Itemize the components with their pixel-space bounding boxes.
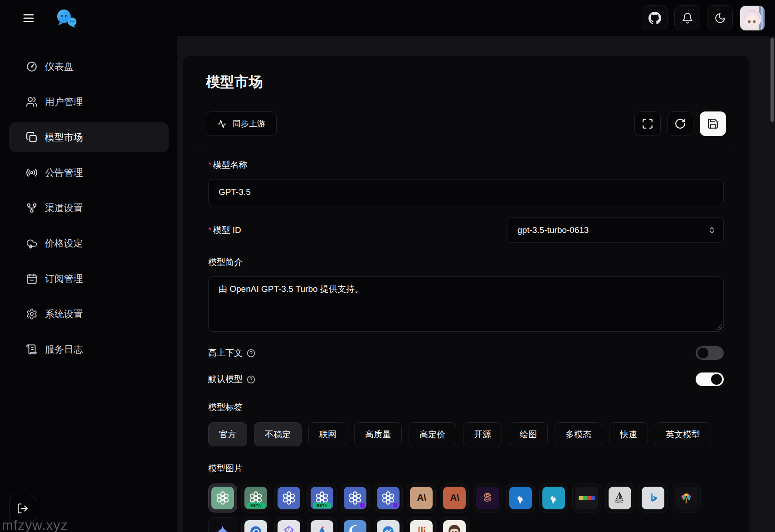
model-image-glm[interactable]: [274, 517, 303, 532]
scrollbar-thumb[interactable]: [770, 38, 774, 122]
model-image-llama[interactable]: [506, 484, 535, 513]
model-tag-option[interactable]: 联网: [308, 422, 347, 446]
model-id-label: *模型 ID: [208, 224, 241, 236]
toggle-label: 高上下文: [208, 347, 255, 359]
model-tag-option[interactable]: 英文模型: [655, 422, 711, 446]
help-circle-icon[interactable]: [247, 375, 255, 384]
高上下文-toggle[interactable]: [696, 346, 724, 360]
model-image-claude[interactable]: A\: [440, 484, 469, 513]
required-asterisk: *: [208, 225, 211, 235]
sidebar-item-pricing[interactable]: 价格设定: [9, 228, 169, 258]
fullscreen-icon: [642, 118, 653, 130]
glm-icon: [278, 520, 300, 532]
model-image-openai[interactable]: [274, 484, 303, 513]
user-avatar[interactable]: [740, 5, 765, 31]
model-image-rainbow[interactable]: [572, 484, 601, 513]
model-id-select[interactable]: gpt-3.5-turbo-0613: [507, 217, 724, 243]
llama-icon: [542, 487, 565, 509]
sidebar-item-label: 模型市场: [45, 131, 83, 144]
model-image-openai[interactable]: [341, 484, 370, 513]
model-tag-option[interactable]: 高定价: [409, 422, 456, 446]
model-intro-label: 模型简介: [208, 256, 724, 268]
sletter-icon: S: [476, 487, 499, 509]
model-tag-option[interactable]: 绘图: [509, 422, 548, 446]
sidebar-item-label: 仪表盘: [45, 60, 73, 73]
sidebar-item-dashboard[interactable]: 仪表盘: [9, 52, 169, 82]
toggle-label: 默认模型: [208, 373, 255, 385]
model-image-ai21[interactable]: [407, 517, 436, 532]
boat-icon: [609, 487, 631, 509]
model-intro-textarea[interactable]: 由 OpenAI GPT-3.5 Turbo 提供支持。: [208, 276, 724, 332]
users-icon: [26, 96, 38, 108]
默认模型-toggle[interactable]: [696, 372, 724, 386]
model-image-llama[interactable]: [539, 484, 568, 513]
model-image-openai[interactable]: BETA: [307, 484, 336, 513]
sidebar-item-label: 订阅管理: [45, 272, 83, 285]
menu-icon[interactable]: [18, 8, 39, 29]
model-images-label: 模型图片: [208, 463, 724, 474]
save-icon: [707, 118, 719, 130]
model-image-gemini[interactable]: BETA: [208, 517, 237, 532]
bell-icon[interactable]: [674, 5, 700, 30]
model-tag-option[interactable]: 多模态: [555, 422, 602, 446]
dashboard-icon: [26, 61, 38, 73]
model-image-openai[interactable]: [208, 484, 237, 513]
sidebar-item-model-market[interactable]: 模型市场: [9, 122, 169, 152]
openai-icon: BETA: [311, 487, 333, 509]
fullscreen-button[interactable]: [634, 111, 661, 136]
model-image-row-0: BETA BETA A\A\S: [208, 484, 724, 513]
sidebar-item-users[interactable]: 用户管理: [9, 87, 169, 117]
plugin-dot-badge: [392, 502, 399, 508]
logout-icon[interactable]: [9, 495, 36, 522]
spark-icon: [311, 520, 333, 532]
model-image-openai[interactable]: BETA: [241, 484, 270, 513]
svg-text:S: S: [484, 491, 491, 503]
model-tag-option[interactable]: 官方: [208, 422, 247, 446]
openai-icon: [377, 487, 400, 509]
sidebar-item-label: 服务日志: [45, 343, 83, 356]
model-tag-option[interactable]: 不稳定: [254, 422, 302, 446]
sidebar-item-announcements[interactable]: 公告管理: [9, 158, 169, 188]
plugin-dot-badge: [359, 502, 366, 508]
model-image-palm[interactable]: [672, 484, 701, 513]
beta-badge: BETA: [313, 503, 331, 508]
model-image-openai[interactable]: [374, 484, 403, 513]
model-market-card: 模型市场 同步上游 *模型名称 *: [183, 56, 749, 532]
refresh-button[interactable]: [667, 111, 693, 136]
sidebar-item-channels[interactable]: 渠道设置: [9, 193, 169, 223]
model-image-bing[interactable]: [639, 484, 668, 513]
save-button[interactable]: [700, 111, 726, 136]
model-image-girl[interactable]: [440, 517, 469, 532]
model-image-netcircle[interactable]: [374, 517, 403, 532]
toggle-rows: 高上下文 默认模型: [208, 346, 724, 386]
model-tag-option[interactable]: 开源: [463, 422, 502, 446]
announcements-icon: [26, 167, 38, 179]
system-icon: [26, 308, 38, 320]
model-tag-option[interactable]: 高质量: [354, 422, 402, 446]
model-image-wave[interactable]: [341, 517, 370, 532]
model-image-sletter[interactable]: S: [473, 484, 502, 513]
sidebar-item-logs[interactable]: 服务日志: [9, 334, 169, 364]
chevrons-up-down-icon: [708, 226, 716, 234]
beta-badge: BETA: [247, 503, 265, 508]
sidebar-item-subscription[interactable]: 订阅管理: [9, 264, 169, 294]
required-asterisk: *: [208, 160, 211, 169]
model-name-input[interactable]: [208, 179, 724, 205]
model-image-circlelogo[interactable]: [241, 517, 270, 532]
toggle-row-1: 默认模型: [208, 372, 724, 386]
page-title: 模型市场: [206, 73, 734, 92]
model-image-spark[interactable]: [307, 517, 336, 532]
github-icon[interactable]: [642, 5, 668, 30]
gemini-icon: BETA: [211, 520, 234, 532]
sync-upstream-button[interactable]: 同步上游: [206, 111, 277, 136]
model-tag-option[interactable]: 快速: [609, 422, 648, 446]
help-circle-icon[interactable]: [247, 349, 255, 358]
sidebar-menu: 仪表盘 用户管理 模型市场 公告管理 渠道设置 价格设定 订阅管理 系统设置 服…: [0, 52, 177, 364]
model-image-boat[interactable]: [605, 484, 634, 513]
subscription-icon: [26, 273, 38, 285]
app-logo-chat-bubbles-icon: [54, 8, 79, 29]
rainbow-icon: [575, 487, 598, 509]
model-image-claude[interactable]: A\: [407, 484, 436, 513]
sidebar-item-system[interactable]: 系统设置: [9, 299, 169, 329]
moon-icon[interactable]: [707, 5, 733, 30]
